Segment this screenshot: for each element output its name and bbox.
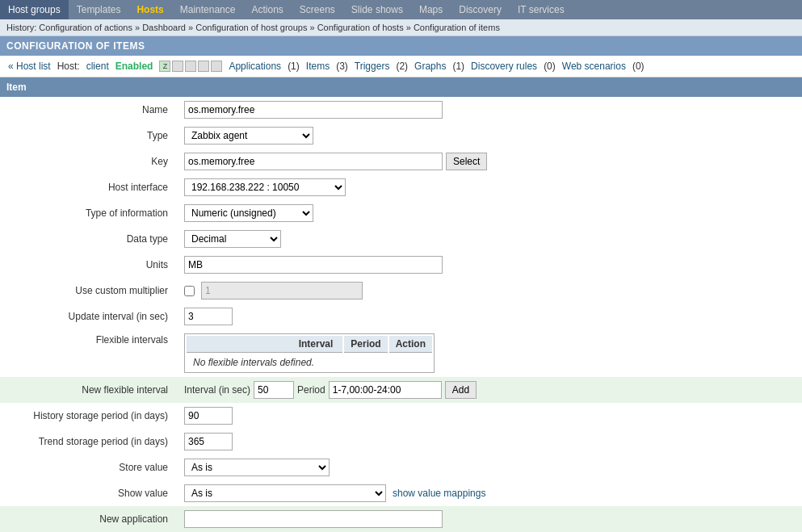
- nav-hosts[interactable]: Hosts: [128, 0, 171, 19]
- breadcrumb-link-0[interactable]: Configuration of actions: [39, 23, 132, 32]
- host-list-link[interactable]: « Host list: [8, 61, 51, 72]
- units-label: Units: [0, 252, 178, 278]
- new-application-row: New application: [0, 506, 802, 532]
- nav-maps[interactable]: Maps: [411, 0, 451, 19]
- data-type-select[interactable]: DecimalOctalHexadecimalBoolean: [184, 230, 281, 248]
- web-scenarios-count: (0): [632, 61, 645, 72]
- status-icons: Z: [159, 61, 222, 72]
- host-interface-label: Host interface: [0, 174, 178, 200]
- applications-link[interactable]: Applications: [229, 61, 281, 72]
- show-value-label: Show value: [0, 480, 178, 506]
- flex-col-period: Period: [344, 336, 387, 353]
- custom-multiplier-label: Use custom multiplier: [0, 278, 178, 304]
- status-icon-0: Z: [159, 61, 170, 72]
- flex-empty-message: No flexible intervals defined.: [187, 354, 432, 371]
- custom-multiplier-row: Use custom multiplier: [0, 278, 802, 304]
- discovery-rules-link[interactable]: Discovery rules: [471, 61, 537, 72]
- key-input[interactable]: [184, 153, 443, 170]
- interval-in-sec-input[interactable]: [254, 381, 294, 399]
- applications-count: (1): [288, 61, 300, 72]
- data-type-label: Data type: [0, 226, 178, 252]
- show-value-mappings-link[interactable]: show value mappings: [393, 488, 485, 499]
- nav-actions[interactable]: Actions: [243, 0, 291, 19]
- store-value-label: Store value: [0, 455, 178, 480]
- type-of-information-select[interactable]: Numeric (unsigned)Numeric (float)Charact…: [184, 204, 313, 222]
- trend-input[interactable]: [184, 433, 233, 450]
- breadcrumb: History: Configuration of actions » Dash…: [0, 19, 802, 36]
- name-row: Name: [0, 97, 802, 123]
- triggers-link[interactable]: Triggers: [355, 61, 390, 72]
- breadcrumb-prefix: History:: [6, 23, 36, 32]
- new-flexible-interval-label: New flexible interval: [0, 377, 178, 403]
- nav-host-groups[interactable]: Host groups: [0, 0, 69, 19]
- card-body: Name Type Zabbix agentZabbix agent (acti…: [0, 97, 802, 532]
- graphs-count: (1): [452, 61, 464, 72]
- form-table: Name Type Zabbix agentZabbix agent (acti…: [0, 97, 802, 532]
- host-interface-select[interactable]: 192.168.238.222 : 10050: [184, 178, 346, 196]
- type-select[interactable]: Zabbix agentZabbix agent (active)Simple …: [184, 127, 313, 145]
- period-input[interactable]: [329, 381, 442, 399]
- data-type-row: Data type DecimalOctalHexadecimalBoolean: [0, 226, 802, 252]
- top-nav: Host groups Templates Hosts Maintenance …: [0, 0, 802, 19]
- flexible-intervals-table: Interval Period Action No flexible inter…: [184, 333, 435, 373]
- custom-multiplier-checkbox[interactable]: [184, 286, 195, 296]
- host-name-link[interactable]: client: [86, 61, 109, 72]
- type-row: Type Zabbix agentZabbix agent (active)Si…: [0, 123, 802, 149]
- flex-empty-row: No flexible intervals defined.: [187, 354, 432, 371]
- status-icon-1: [172, 61, 183, 72]
- add-button[interactable]: Add: [445, 381, 477, 399]
- status-icon-4: [211, 61, 222, 72]
- select-button[interactable]: Select: [446, 153, 487, 170]
- web-scenarios-link[interactable]: Web scenarios: [562, 61, 626, 72]
- key-label: Key: [0, 149, 178, 174]
- trend-label: Trend storage period (in days): [0, 429, 178, 455]
- breadcrumb-link-2[interactable]: Configuration of host groups: [195, 23, 307, 32]
- store-value-row: Store value As isDelta (speed per second…: [0, 455, 802, 480]
- trend-row: Trend storage period (in days): [0, 429, 802, 455]
- nav-discovery[interactable]: Discovery: [451, 0, 510, 19]
- type-of-information-label: Type of information: [0, 200, 178, 226]
- items-link[interactable]: Items: [306, 61, 330, 72]
- discovery-rules-count: (0): [544, 61, 556, 72]
- triggers-count: (2): [396, 61, 408, 72]
- breadcrumb-link-1[interactable]: Dashboard: [142, 23, 186, 32]
- update-interval-input[interactable]: [184, 308, 233, 325]
- show-value-row: Show value As is show value mappings: [0, 480, 802, 506]
- name-input[interactable]: [184, 101, 443, 119]
- nav-itservices[interactable]: IT services: [510, 0, 573, 19]
- history-row: History storage period (in days): [0, 403, 802, 429]
- history-input[interactable]: [184, 407, 233, 425]
- new-flexible-interval-row: New flexible interval Interval (in sec) …: [0, 377, 802, 403]
- type-of-information-row: Type of information Numeric (unsigned)Nu…: [0, 200, 802, 226]
- nav-screens[interactable]: Screens: [292, 0, 343, 19]
- breadcrumb-link-4[interactable]: Configuration of items: [414, 23, 500, 32]
- card-header: Item: [0, 77, 802, 97]
- host-label: Host:: [57, 61, 80, 72]
- breadcrumb-link-3[interactable]: Configuration of hosts: [317, 23, 404, 32]
- custom-multiplier-input[interactable]: [201, 282, 363, 300]
- interval-in-sec-label: Interval (in sec): [184, 384, 250, 396]
- enabled-label: Enabled: [115, 61, 153, 72]
- nav-templates[interactable]: Templates: [69, 0, 129, 19]
- units-row: Units: [0, 252, 802, 278]
- new-application-input[interactable]: [184, 510, 443, 528]
- nav-maintenance[interactable]: Maintenance: [172, 0, 244, 19]
- flexible-intervals-row: Flexible intervals Interval Period Actio…: [0, 329, 802, 377]
- history-label: History storage period (in days): [0, 403, 178, 429]
- flex-col-interval: Interval: [187, 336, 342, 353]
- units-input[interactable]: [184, 256, 443, 274]
- status-icon-2: [185, 61, 196, 72]
- host-bar: « Host list Host: client Enabled Z Appli…: [0, 56, 802, 77]
- nav-slideshows[interactable]: Slide shows: [343, 0, 411, 19]
- update-interval-row: Update interval (in sec): [0, 304, 802, 329]
- graphs-link[interactable]: Graphs: [414, 61, 446, 72]
- store-value-select[interactable]: As isDelta (speed per second)Delta (simp…: [184, 459, 330, 476]
- flex-col-action: Action: [389, 336, 432, 353]
- items-count: (3): [336, 61, 348, 72]
- new-application-label: New application: [0, 506, 178, 532]
- show-value-select[interactable]: As is: [184, 484, 386, 502]
- flexible-intervals-label: Flexible intervals: [0, 329, 178, 377]
- period-label: Period: [297, 384, 325, 396]
- section-header: CONFIGURATION OF ITEMS: [0, 36, 802, 56]
- status-icon-3: [198, 61, 209, 72]
